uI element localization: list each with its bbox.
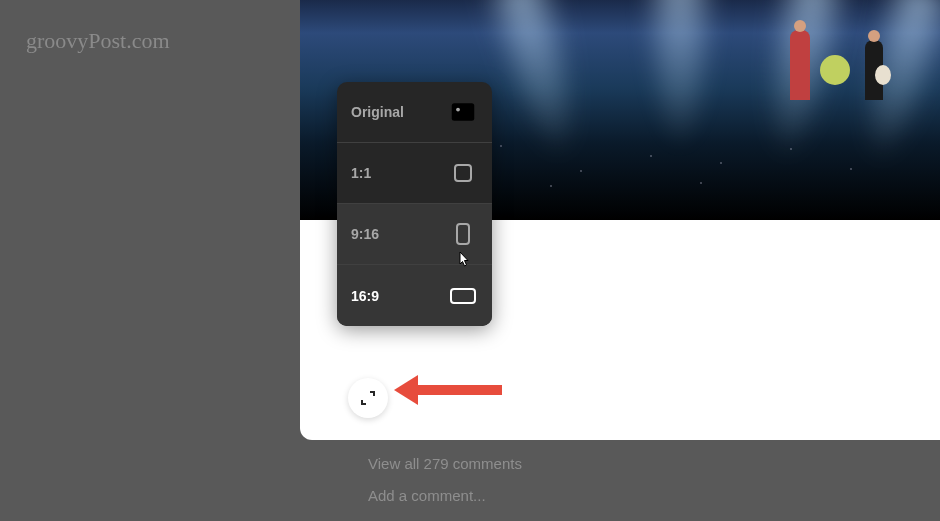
view-all-comments-link[interactable]: View all 279 comments <box>368 455 522 472</box>
ratio-label: 9:16 <box>351 226 448 242</box>
watermark-text: groovyPost.com <box>26 28 170 54</box>
add-comment-input[interactable]: Add a comment... <box>368 487 486 504</box>
svg-rect-0 <box>452 103 475 121</box>
square-icon <box>448 164 478 182</box>
crop-expand-button[interactable] <box>348 378 388 418</box>
ratio-label: Original <box>351 104 448 120</box>
landscape-rect-icon <box>448 288 478 304</box>
ratio-option-original[interactable]: Original <box>337 82 492 143</box>
portrait-rect-icon <box>448 223 478 245</box>
ratio-label: 16:9 <box>351 288 448 304</box>
svg-point-1 <box>456 108 460 112</box>
ratio-option-16-9[interactable]: 16:9 <box>337 265 492 326</box>
expand-icon <box>360 390 376 406</box>
mouse-cursor-icon <box>456 252 470 274</box>
landscape-image-icon <box>448 97 478 127</box>
aspect-ratio-menu: Original 1:1 9:16 16:9 <box>337 82 492 326</box>
annotation-arrow <box>412 385 502 395</box>
ratio-label: 1:1 <box>351 165 448 181</box>
ratio-option-1-1[interactable]: 1:1 <box>337 143 492 204</box>
